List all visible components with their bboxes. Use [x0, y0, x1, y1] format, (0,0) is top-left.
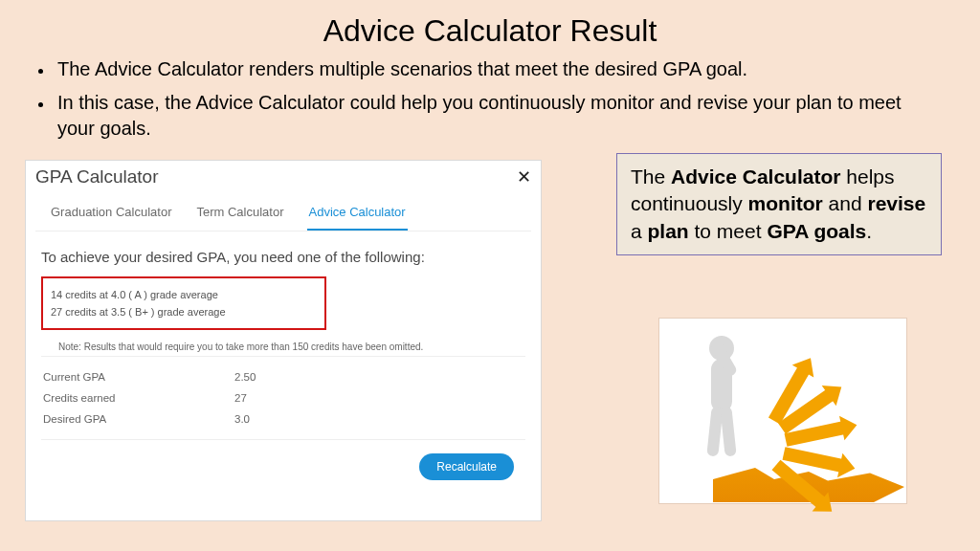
callout-box: The Advice Calculator helps continuously… — [616, 153, 942, 255]
callout-bold: monitor — [748, 192, 823, 214]
tab-graduation-calculator[interactable]: Graduation Calculator — [49, 199, 173, 231]
tab-bar: Graduation Calculator Term Calculator Ad… — [35, 189, 531, 231]
bullet-item: In this case, the Advice Calculator coul… — [54, 90, 942, 142]
callout-text: . — [866, 220, 872, 242]
stat-row: Desired GPA 3.0 — [43, 408, 523, 430]
callout-bold: GPA goals — [767, 220, 866, 242]
recalculate-button[interactable]: Recalculate — [419, 453, 514, 480]
stat-value: 3.0 — [234, 413, 250, 425]
scenarios-highlight: 14 credits at 4.0 ( A ) grade average 27… — [41, 276, 326, 330]
omitted-note: Note: Results that would require you to … — [41, 336, 525, 357]
close-icon[interactable]: ✕ — [517, 166, 531, 187]
callout-bold: plan — [648, 220, 689, 242]
decision-figure — [658, 318, 907, 504]
slide-title: Advice Calculator Result — [0, 0, 980, 56]
stat-value: 2.50 — [234, 371, 256, 383]
achieve-text: To achieve your desired GPA, you need on… — [26, 231, 541, 273]
stat-label: Current GPA — [43, 371, 234, 383]
bullet-item: The Advice Calculator renders multiple s… — [54, 56, 942, 82]
gpa-calculator-panel: GPA Calculator ✕ Graduation Calculator T… — [25, 160, 542, 521]
stats-block: Current GPA 2.50 Credits earned 27 Desir… — [26, 357, 541, 439]
stat-row: Credits earned 27 — [43, 387, 523, 408]
scenario-row: 14 credits at 4.0 ( A ) grade average — [51, 286, 317, 303]
stat-label: Credits earned — [43, 392, 234, 404]
callout-bold: Advice Calculator — [671, 165, 840, 187]
callout-text: to meet — [689, 220, 768, 242]
scenario-row: 27 credits at 3.5 ( B+ ) grade average — [51, 303, 317, 320]
tab-advice-calculator[interactable]: Advice Calculator — [307, 199, 408, 231]
stat-row: Current GPA 2.50 — [43, 366, 523, 387]
stat-label: Desired GPA — [43, 413, 234, 425]
callout-text: The — [631, 165, 671, 187]
callout-text: a — [631, 220, 648, 242]
tab-term-calculator[interactable]: Term Calculator — [194, 199, 285, 231]
callout-bold: revise — [867, 192, 925, 214]
stat-value: 27 — [234, 392, 247, 404]
person-icon — [702, 336, 759, 470]
bullet-list: The Advice Calculator renders multiple s… — [0, 56, 980, 142]
callout-text: and — [823, 192, 868, 214]
panel-header: GPA Calculator — [35, 166, 158, 187]
